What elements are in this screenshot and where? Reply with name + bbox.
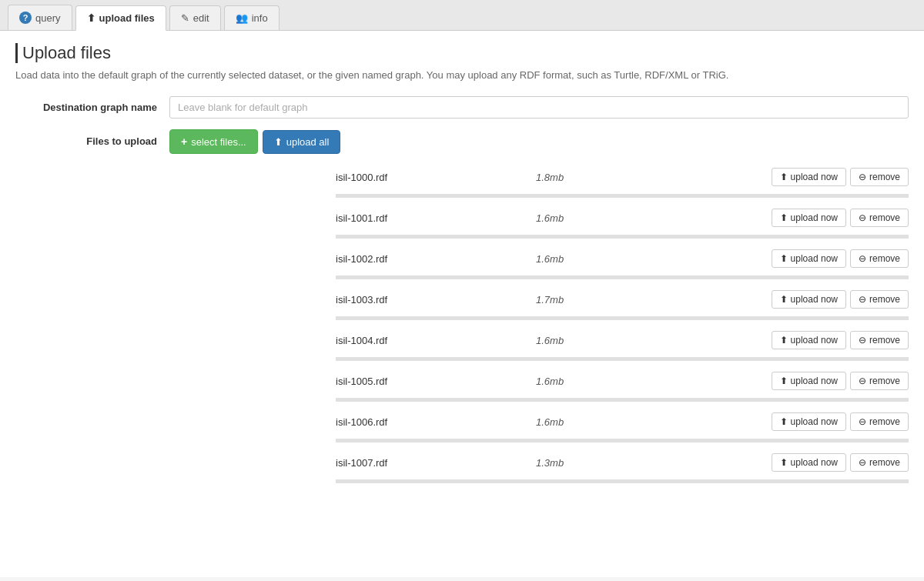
progress-bar [336, 316, 909, 320]
remove-button[interactable]: ⊖ remove [850, 290, 909, 309]
remove-icon: ⊖ [859, 335, 866, 346]
tab-query-label: query [35, 12, 61, 24]
upload-now-button[interactable]: ⬆ upload now [772, 372, 846, 390]
upload-now-label: upload now [791, 376, 838, 386]
upload-now-icon: ⬆ [780, 335, 788, 346]
file-name: isil-1002.rdf [336, 253, 536, 265]
upload-now-button[interactable]: ⬆ upload now [772, 331, 846, 349]
tab-edit-label: edit [193, 12, 209, 24]
remove-label: remove [869, 172, 900, 182]
file-name: isil-1007.rdf [336, 457, 536, 469]
remove-button[interactable]: ⊖ remove [850, 331, 909, 349]
select-files-label: select files... [191, 136, 246, 148]
file-size: 1.6mb [536, 253, 628, 265]
upload-now-icon: ⬆ [780, 416, 788, 427]
file-size: 1.6mb [536, 335, 628, 346]
file-actions: ⬆ upload now ⊖ remove [772, 453, 909, 472]
upload-now-label: upload now [791, 416, 838, 427]
upload-now-button[interactable]: ⬆ upload now [772, 412, 846, 431]
page-content: Upload files Load data into the default … [0, 31, 924, 577]
file-actions: ⬆ upload now ⊖ remove [772, 290, 909, 309]
file-list: isil-1000.rdf 1.8mb ⬆ upload now ⊖ remov… [169, 160, 909, 483]
files-label: Files to upload [15, 129, 169, 147]
file-size: 1.6mb [536, 416, 628, 428]
file-name: isil-1006.rdf [336, 416, 536, 428]
file-entry: isil-1004.rdf 1.6mb ⬆ upload now ⊖ remov… [169, 323, 909, 357]
tab-edit[interactable]: ✎ edit [169, 5, 221, 30]
remove-button[interactable]: ⊖ remove [850, 249, 909, 268]
file-actions: ⬆ upload now ⊖ remove [772, 209, 909, 227]
file-name: isil-1004.rdf [336, 335, 536, 346]
file-block: isil-1002.rdf 1.6mb ⬆ upload now ⊖ remov… [169, 242, 909, 279]
destination-label: Destination graph name [15, 102, 169, 113]
progress-bar [336, 439, 909, 442]
page-description: Load data into the default graph of the … [15, 69, 909, 81]
upload-now-button[interactable]: ⬆ upload now [772, 168, 846, 186]
upload-all-button[interactable]: ⬆ upload all [263, 130, 341, 154]
destination-graph-input[interactable] [169, 96, 909, 119]
info-tab-icon: 👥 [236, 12, 248, 24]
progress-bar [336, 235, 909, 239]
upload-now-button[interactable]: ⬆ upload now [772, 209, 846, 227]
tab-query[interactable]: ? query [8, 5, 72, 30]
upload-now-icon: ⬆ [780, 294, 788, 305]
files-upload-row: Files to upload + select files... ⬆ uplo… [15, 129, 909, 486]
remove-button[interactable]: ⊖ remove [850, 372, 909, 390]
upload-now-label: upload now [791, 172, 838, 182]
upload-tab-icon: ⬆ [87, 12, 95, 24]
select-files-button[interactable]: + select files... [169, 129, 258, 154]
upload-button-group: + select files... ⬆ upload all [169, 129, 909, 154]
file-entry: isil-1002.rdf 1.6mb ⬆ upload now ⊖ remov… [169, 242, 909, 275]
remove-label: remove [869, 294, 900, 305]
file-actions: ⬆ upload now ⊖ remove [772, 412, 909, 431]
remove-button[interactable]: ⊖ remove [850, 453, 909, 472]
remove-button[interactable]: ⊖ remove [850, 412, 909, 431]
upload-now-label: upload now [791, 253, 838, 264]
remove-icon: ⊖ [859, 376, 866, 386]
progress-bar [336, 479, 909, 483]
remove-label: remove [869, 335, 900, 346]
upload-all-label: upload all [286, 136, 330, 148]
progress-bar [336, 398, 909, 402]
remove-icon: ⊖ [859, 457, 866, 468]
remove-label: remove [869, 376, 900, 386]
upload-all-icon: ⬆ [274, 136, 283, 148]
file-size: 1.8mb [536, 172, 628, 183]
upload-now-icon: ⬆ [780, 457, 788, 468]
upload-now-button[interactable]: ⬆ upload now [772, 290, 846, 309]
file-name: isil-1003.rdf [336, 294, 536, 306]
query-icon: ? [19, 12, 32, 24]
file-entry: isil-1003.rdf 1.7mb ⬆ upload now ⊖ remov… [169, 282, 909, 316]
files-upload-area: + select files... ⬆ upload all isil-1000… [169, 129, 909, 486]
upload-now-label: upload now [791, 457, 838, 468]
file-size: 1.6mb [536, 376, 628, 387]
upload-now-icon: ⬆ [780, 253, 788, 264]
tab-upload-label: upload files [99, 12, 155, 24]
file-block: isil-1004.rdf 1.6mb ⬆ upload now ⊖ remov… [169, 323, 909, 361]
upload-now-button[interactable]: ⬆ upload now [772, 249, 846, 268]
file-name: isil-1000.rdf [336, 172, 536, 183]
file-size: 1.3mb [536, 457, 628, 469]
tab-info[interactable]: 👥 info [224, 5, 280, 30]
file-name: isil-1001.rdf [336, 212, 536, 224]
upload-now-label: upload now [791, 294, 838, 305]
file-entry: isil-1006.rdf 1.6mb ⬆ upload now ⊖ remov… [169, 405, 909, 439]
file-entry: isil-1001.rdf 1.6mb ⬆ upload now ⊖ remov… [169, 201, 909, 235]
remove-icon: ⊖ [859, 172, 866, 182]
file-block: isil-1000.rdf 1.8mb ⬆ upload now ⊖ remov… [169, 160, 909, 198]
file-block: isil-1007.rdf 1.3mb ⬆ upload now ⊖ remov… [169, 446, 909, 483]
upload-now-button[interactable]: ⬆ upload now [772, 453, 846, 472]
tab-upload-files[interactable]: ⬆ upload files [75, 5, 166, 31]
remove-button[interactable]: ⊖ remove [850, 209, 909, 227]
remove-label: remove [869, 457, 900, 468]
remove-icon: ⊖ [859, 212, 866, 223]
upload-now-label: upload now [791, 212, 838, 223]
progress-bar [336, 275, 909, 279]
remove-button[interactable]: ⊖ remove [850, 168, 909, 186]
file-size: 1.7mb [536, 294, 628, 306]
file-actions: ⬆ upload now ⊖ remove [772, 372, 909, 390]
remove-icon: ⊖ [859, 253, 866, 264]
file-name: isil-1005.rdf [336, 376, 536, 387]
progress-bar [336, 194, 909, 198]
upload-now-label: upload now [791, 335, 838, 346]
